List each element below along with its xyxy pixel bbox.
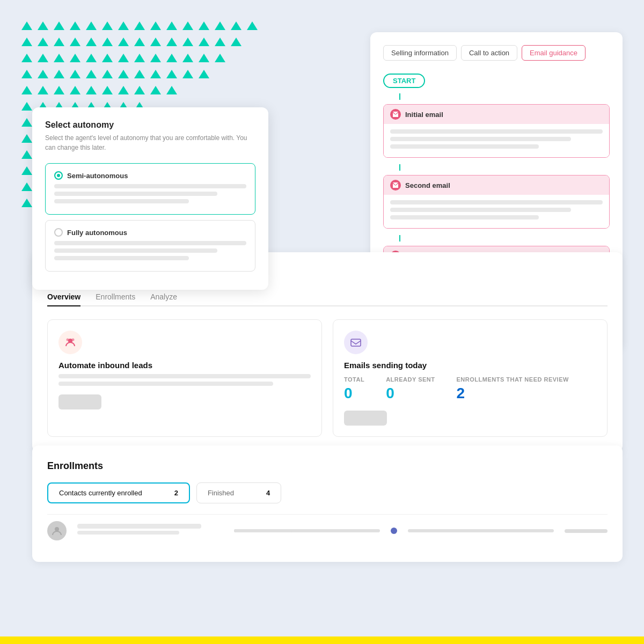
enrollment-tab-current-count: 2 [174,489,178,497]
card-icon-email [344,331,368,354]
email-send-icon-2 [390,180,401,191]
stat-total-label: TOTAL [344,376,364,383]
autonomy-subtitle: Select the agent's level of autonomy tha… [45,133,255,152]
enrollment-tab-current-label: Contacts currently enrolled [59,489,142,497]
card-desc-2 [58,382,273,386]
radio-semi[interactable] [54,171,63,180]
enrollment-status-dot-1 [391,528,397,534]
svg-marker-15 [21,38,32,46]
tab-email-guidance[interactable]: Email guidance [522,45,586,61]
autonomy-option-full[interactable]: Fully autonomous [45,220,255,272]
stat-total-value: 0 [344,385,364,402]
email-block-second: Second email [383,175,610,229]
workflow-start-label: START [383,74,425,88]
enrollment-tabs-row: Contacts currently enrolled 2 Finished 4 [47,482,608,503]
enrollment-row-1 [47,514,608,547]
full-desc-2 [54,248,217,253]
svg-point-97 [55,527,59,531]
placeholder-6 [390,215,539,219]
tab-overview[interactable]: Overview [47,288,80,306]
enrollment-tab-finished[interactable]: Finished 4 [196,482,281,503]
card-button-leads[interactable] [58,394,101,409]
tab-analyze[interactable]: Analyze [150,288,177,306]
svg-marker-29 [21,54,32,62]
stat-review-label: ENROLLMENTS THAT NEED REVIEW [457,376,569,383]
tab-call-to-action[interactable]: Call to action [461,45,517,61]
placeholder-4 [390,200,603,204]
enrollment-tab-finished-count: 4 [266,489,270,497]
semi-desc-3 [54,199,189,203]
card-emails-today: Emails sending today TOTAL 0 ALREADY SEN… [333,319,608,437]
autonomy-title: Select autonomy [45,120,255,130]
cards-row: Automate inbound leads Emails sending to… [47,319,608,437]
placeholder-5 [390,208,571,212]
tab-selling-information[interactable]: Selling information [383,45,457,61]
enrollment-name-1 [77,524,201,529]
autonomy-option-semi-label: Semi-autonomous [67,172,128,180]
email-block-header-initial: Initial email [384,105,609,124]
stat-sent: ALREADY SENT 0 [386,376,435,402]
semi-desc-2 [54,192,217,196]
svg-marker-72 [21,118,32,127]
email-block-title-2: Second email [405,181,450,189]
email-block-title-1: Initial email [405,111,443,119]
stats-row: TOTAL 0 ALREADY SENT 0 ENROLLMENTS THAT … [344,376,596,402]
placeholder-1 [390,129,603,134]
enrollment-tab-finished-label: Finished [208,489,234,497]
svg-point-95 [67,339,69,341]
full-desc-3 [54,256,189,260]
svg-marker-78 [21,134,32,143]
workflow-connector-3 [399,235,400,241]
card-automate-leads: Automate inbound leads [47,319,322,437]
enrollment-progress-bar-2 [408,529,554,532]
enrollments-title: Enrollments [47,460,608,472]
email-block-body-1 [384,124,609,157]
workflow-connector-1 [399,93,400,100]
enrollment-action-1[interactable] [565,529,608,533]
nav-tabs: Overview Enrollments Analyze [47,288,608,306]
radio-full[interactable] [54,228,63,237]
enrollment-tab-current[interactable]: Contacts currently enrolled 2 [47,482,190,503]
enrollment-name-area-1 [77,524,223,538]
svg-marker-90 [21,182,32,191]
card-button-emails[interactable] [344,411,387,426]
svg-point-94 [72,339,75,341]
stat-total: TOTAL 0 [344,376,364,402]
tab-enrollments[interactable]: Enrollments [96,288,135,306]
enrollment-sub-1 [77,531,179,535]
svg-marker-0 [21,21,32,30]
autonomy-option-semi[interactable]: Semi-autonomous [45,163,255,215]
svg-rect-96 [351,339,361,346]
email-block-body-2 [384,195,609,228]
autonomy-option-full-label: Fully autonomous [67,229,127,237]
svg-marker-42 [21,70,32,78]
enrollment-progress-bar-1 [234,529,380,532]
stat-review-value: 2 [457,385,569,402]
bottom-bar [0,636,644,644]
semi-desc-1 [54,184,246,188]
email-block-initial: Initial email [383,104,610,158]
stat-review: ENROLLMENTS THAT NEED REVIEW 2 [457,376,569,402]
workflow-connector-2 [399,164,400,171]
placeholder-2 [390,137,571,141]
workflow-tabs: Selling information Call to action Email… [383,45,610,61]
email-send-icon-1 [390,109,401,120]
autonomy-card: Select autonomy Select the agent's level… [32,107,268,290]
stat-sent-label: ALREADY SENT [386,376,435,383]
card-desc-1 [58,374,311,378]
enrollments-section: Enrollments Contacts currently enrolled … [32,445,623,562]
svg-marker-64 [21,102,32,111]
svg-marker-83 [21,150,32,159]
placeholder-3 [390,144,539,149]
autonomy-option-full-header: Fully autonomous [54,228,246,237]
svg-marker-92 [21,199,32,207]
full-desc-1 [54,241,246,245]
email-block-header-second: Second email [384,175,609,195]
autonomy-option-semi-header: Semi-autonomous [54,171,246,180]
svg-marker-87 [21,166,32,175]
svg-marker-54 [21,86,32,94]
card-title-leads: Automate inbound leads [58,361,311,370]
card-icon-leads [58,331,82,354]
card-title-emails: Emails sending today [344,361,596,370]
stat-sent-value: 0 [386,385,435,402]
